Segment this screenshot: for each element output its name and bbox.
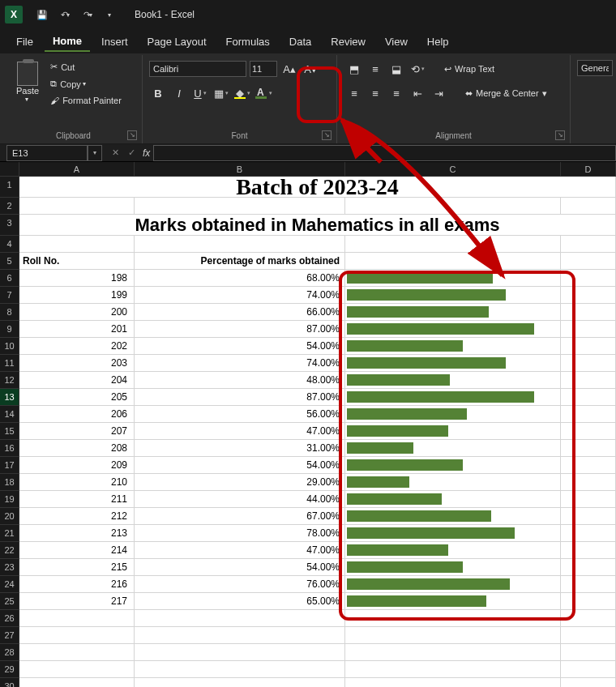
cell[interactable]	[135, 610, 345, 627]
cell[interactable]	[135, 627, 345, 644]
cell[interactable]	[561, 321, 616, 338]
cell-percentage[interactable]: 56.00%	[135, 406, 345, 423]
cell-databar[interactable]	[345, 542, 561, 559]
cell-roll-no[interactable]: 213	[19, 525, 135, 542]
cell-percentage[interactable]: 76.00%	[135, 576, 345, 593]
align-right-icon[interactable]: ≡	[387, 84, 405, 102]
cell[interactable]	[561, 508, 616, 525]
decrease-indent-icon[interactable]: ⇤	[409, 84, 426, 102]
merge-center-button[interactable]: ⬌ Merge & Center ▾	[462, 87, 550, 100]
decrease-font-icon[interactable]: A▾	[302, 60, 319, 78]
cell[interactable]	[19, 627, 135, 644]
cell[interactable]	[561, 542, 616, 559]
cell[interactable]	[19, 644, 135, 661]
cell-databar[interactable]	[345, 304, 561, 321]
cell-percentage[interactable]: 47.00%	[135, 542, 345, 559]
cell-percentage[interactable]: 54.00%	[135, 457, 345, 474]
cancel-formula-icon[interactable]: ✕	[107, 147, 123, 158]
increase-font-icon[interactable]: A▴	[280, 60, 298, 78]
cell[interactable]	[561, 661, 616, 678]
cell-roll-no[interactable]: 210	[19, 474, 135, 491]
cell[interactable]	[345, 253, 561, 270]
font-size-select[interactable]	[250, 61, 277, 77]
align-center-icon[interactable]: ≡	[366, 84, 384, 102]
cell[interactable]	[561, 678, 616, 687]
cell-databar[interactable]	[345, 508, 561, 525]
dialog-launcher-icon[interactable]: ↘	[127, 130, 137, 140]
copy-button[interactable]: ⧉ Copy ▾	[47, 77, 125, 91]
cell-percentage[interactable]: 54.00%	[135, 338, 345, 355]
cell[interactable]	[561, 627, 616, 644]
cell-percentage[interactable]: 65.00%	[135, 593, 345, 610]
cell-percentage[interactable]: 48.00%	[135, 372, 345, 389]
cell-databar[interactable]	[345, 559, 561, 576]
cell-percentage[interactable]: 29.00%	[135, 474, 345, 491]
cell[interactable]	[135, 644, 345, 661]
cell-databar[interactable]	[345, 440, 561, 457]
increase-indent-icon[interactable]: ⇥	[430, 84, 447, 102]
cell-percentage[interactable]: 68.00%	[135, 270, 345, 287]
font-color-button[interactable]: A▾	[255, 84, 272, 102]
cell-percentage[interactable]: 87.00%	[135, 389, 345, 406]
row-header[interactable]: 22	[0, 542, 19, 559]
cell-percentage[interactable]: 66.00%	[135, 304, 345, 321]
cell[interactable]	[345, 198, 561, 215]
cell[interactable]	[561, 644, 616, 661]
row-header[interactable]: 25	[0, 593, 19, 610]
cell[interactable]	[561, 389, 616, 406]
row-header[interactable]: 28	[0, 644, 19, 661]
cell[interactable]	[561, 372, 616, 389]
cell-roll-no[interactable]: 203	[19, 355, 135, 372]
row-header[interactable]: 13	[0, 389, 19, 406]
row-header[interactable]: 10	[0, 338, 19, 355]
cell-roll-no[interactable]: 216	[19, 576, 135, 593]
row-header[interactable]: 9	[0, 321, 19, 338]
column-header-d[interactable]: D	[561, 162, 616, 177]
cell[interactable]	[345, 236, 561, 253]
row-header[interactable]: 15	[0, 423, 19, 440]
select-all-corner[interactable]	[0, 162, 19, 177]
cell-percentage[interactable]: 78.00%	[135, 525, 345, 542]
cell-databar[interactable]	[345, 338, 561, 355]
row-header[interactable]: 21	[0, 525, 19, 542]
cell-percentage[interactable]: 44.00%	[135, 491, 345, 508]
italic-button[interactable]: I	[170, 84, 188, 102]
row-header[interactable]: 18	[0, 474, 19, 491]
menu-item-formulas[interactable]: Formulas	[218, 32, 278, 51]
cell-percentage[interactable]: 31.00%	[135, 440, 345, 457]
cell[interactable]	[19, 661, 135, 678]
row-header[interactable]: 1	[0, 177, 19, 198]
row-header[interactable]: 24	[0, 576, 19, 593]
column-header-a[interactable]: A	[19, 162, 135, 177]
redo-icon[interactable]: ↷▾	[78, 5, 97, 24]
align-bottom-icon[interactable]: ⬓	[387, 60, 405, 78]
cell[interactable]	[561, 270, 616, 287]
cell-title2[interactable]: Marks obtained in Mahematics in all exam…	[19, 215, 616, 236]
cell[interactable]	[345, 610, 561, 627]
cell[interactable]	[345, 627, 561, 644]
cell-percentage[interactable]: 87.00%	[135, 321, 345, 338]
cell-roll-no[interactable]: 217	[19, 593, 135, 610]
cell-databar[interactable]	[345, 270, 561, 287]
cell[interactable]	[561, 423, 616, 440]
align-middle-icon[interactable]: ≡	[366, 60, 384, 78]
cell-roll-no[interactable]: 200	[19, 304, 135, 321]
name-box[interactable]	[6, 145, 88, 161]
cell-title1[interactable]: Batch of 2023-24	[19, 177, 616, 198]
cell[interactable]	[561, 406, 616, 423]
cell[interactable]	[561, 355, 616, 372]
row-header[interactable]: 6	[0, 270, 19, 287]
cell-roll-no[interactable]: 209	[19, 457, 135, 474]
row-header[interactable]: 16	[0, 440, 19, 457]
cell-databar[interactable]	[345, 474, 561, 491]
cell-percentage[interactable]: 74.00%	[135, 287, 345, 304]
cell-databar[interactable]	[345, 287, 561, 304]
cell[interactable]	[135, 661, 345, 678]
row-header[interactable]: 23	[0, 559, 19, 576]
formula-bar-input[interactable]	[153, 145, 616, 161]
cell-databar[interactable]	[345, 321, 561, 338]
menu-item-insert[interactable]: Insert	[93, 32, 136, 51]
menu-item-help[interactable]: Help	[419, 32, 457, 51]
cell-roll-no[interactable]: 214	[19, 542, 135, 559]
cell[interactable]	[345, 644, 561, 661]
